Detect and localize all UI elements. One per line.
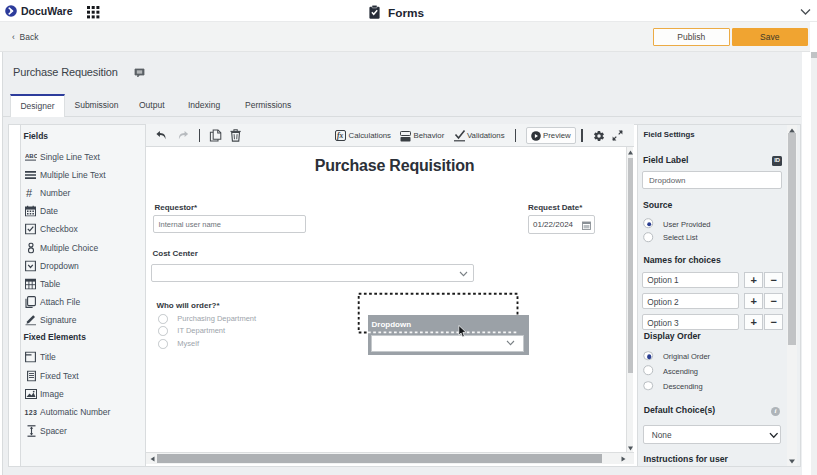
svg-text:fx: fx [337,131,343,140]
svg-text:ABC: ABC [25,153,37,159]
